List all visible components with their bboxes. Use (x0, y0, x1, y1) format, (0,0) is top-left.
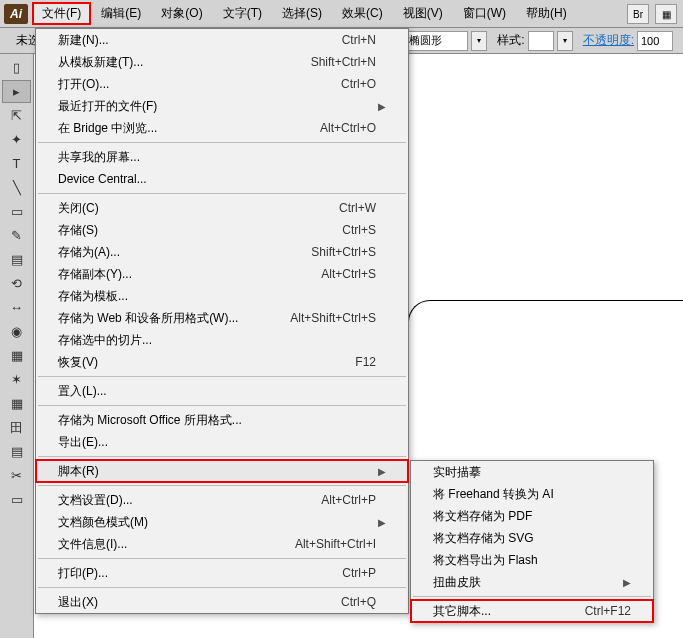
tool-12[interactable]: ▦ (2, 344, 31, 367)
script-other-item[interactable]: 其它脚本...Ctrl+F12 (411, 600, 653, 622)
menu-item-shortcut: Ctrl+P (342, 566, 376, 580)
file-menu-item[interactable]: 置入(L)... (36, 380, 408, 402)
menu-item-shortcut: F12 (355, 355, 376, 369)
file-menu-item[interactable]: 文档设置(D)...Alt+Ctrl+P (36, 489, 408, 511)
menu-item-shortcut: Ctrl+N (342, 33, 376, 47)
file-menu-item[interactable]: 存储为模板... (36, 285, 408, 307)
file-menu-item[interactable]: 从模板新建(T)...Shift+Ctrl+N (36, 51, 408, 73)
script-menu-item[interactable]: 将文档导出为 Flash (411, 549, 653, 571)
menu-6[interactable]: 视图(V) (393, 2, 453, 25)
bridge-button[interactable]: Br (627, 4, 649, 24)
opacity-input[interactable]: 100 (637, 31, 673, 51)
menu-item-shortcut: Shift+Ctrl+N (311, 55, 376, 69)
tool-2[interactable]: ⇱ (2, 104, 31, 127)
file-menu-item[interactable]: 存储选中的切片... (36, 329, 408, 351)
script-menu-item[interactable]: 将 Freehand 转换为 AI (411, 483, 653, 505)
file-menu-item[interactable]: 存储为 Web 和设备所用格式(W)...Alt+Shift+Ctrl+S (36, 307, 408, 329)
file-menu-dropdown: 新建(N)...Ctrl+N从模板新建(T)...Shift+Ctrl+N打开(… (35, 28, 409, 614)
tool-0[interactable]: ▯ (2, 56, 31, 79)
script-menu-item[interactable]: 实时描摹 (411, 461, 653, 483)
file-menu-item[interactable]: 共享我的屏幕... (36, 146, 408, 168)
script-submenu: 实时描摹将 Freehand 转换为 AI将文档存储为 PDF将文档存储为 SV… (410, 460, 654, 623)
tool-9[interactable]: ⟲ (2, 272, 31, 295)
submenu-arrow-icon: ▶ (376, 101, 386, 112)
script-menu-item[interactable]: 将文档存储为 PDF (411, 505, 653, 527)
file-menu-item[interactable]: Device Central... (36, 168, 408, 190)
file-menu-item[interactable]: 存储为(A)...Shift+Ctrl+S (36, 241, 408, 263)
file-menu-item[interactable]: 新建(N)...Ctrl+N (36, 29, 408, 51)
tool-10[interactable]: ↔ (2, 296, 31, 319)
menu-item-shortcut: Alt+Shift+Ctrl+I (295, 537, 376, 551)
file-menu-item[interactable]: 退出(X)Ctrl+Q (36, 591, 408, 613)
menu-3[interactable]: 文字(T) (213, 2, 272, 25)
menu-7[interactable]: 窗口(W) (453, 2, 516, 25)
menu-8[interactable]: 帮助(H) (516, 2, 577, 25)
file-menu-item[interactable]: 存储副本(Y)...Alt+Ctrl+S (36, 263, 408, 285)
menu-item-shortcut: Ctrl+F12 (585, 604, 631, 618)
opacity-field: 不透明度: 100 (583, 31, 673, 51)
file-menu-item[interactable]: 在 Bridge 中浏览...Alt+Ctrl+O (36, 117, 408, 139)
style-input[interactable] (528, 31, 554, 51)
tool-6[interactable]: ▭ (2, 200, 31, 223)
arrange-button[interactable]: ▦ (655, 4, 677, 24)
menu-separator (38, 376, 406, 377)
tool-4[interactable]: T (2, 152, 31, 175)
menu-item-label: 置入(L)... (58, 383, 376, 400)
menu-item-label: 打印(P)... (58, 565, 342, 582)
menubar-right: Br ▦ (627, 4, 677, 24)
menu-item-label: 在 Bridge 中浏览... (58, 120, 320, 137)
style-dropdown[interactable]: ▾ (557, 31, 573, 51)
menu-separator (38, 587, 406, 588)
tool-11[interactable]: ◉ (2, 320, 31, 343)
file-menu-item[interactable]: 关闭(C)Ctrl+W (36, 197, 408, 219)
menu-item-label: 关闭(C) (58, 200, 339, 217)
tool-7[interactable]: ✎ (2, 224, 31, 247)
tool-13[interactable]: ✶ (2, 368, 31, 391)
tool-8[interactable]: ▤ (2, 248, 31, 271)
menu-item-label: 将文档存储为 SVG (433, 530, 621, 547)
script-menu-item[interactable]: 扭曲皮肤▶ (411, 571, 653, 593)
file-menu-item[interactable]: 文件信息(I)...Alt+Shift+Ctrl+I (36, 533, 408, 555)
menu-separator (38, 193, 406, 194)
file-menu-item[interactable]: 最近打开的文件(F)▶ (36, 95, 408, 117)
menu-item-label: 将文档存储为 PDF (433, 508, 621, 525)
menubar: Ai 文件(F)编辑(E)对象(O)文字(T)选择(S)效果(C)视图(V)窗口… (0, 0, 683, 28)
menu-item-label: 存储选中的切片... (58, 332, 376, 349)
tool-1[interactable]: ▸ (2, 80, 31, 103)
stroke-dropdown[interactable]: ▾ (471, 31, 487, 51)
submenu-arrow-icon: ▶ (621, 577, 631, 588)
menu-item-label: 打开(O)... (58, 76, 341, 93)
tool-5[interactable]: ╲ (2, 176, 31, 199)
opacity-label[interactable]: 不透明度: (583, 32, 634, 49)
menu-item-shortcut: Alt+Shift+Ctrl+S (290, 311, 376, 325)
file-menu-item[interactable]: 脚本(R)▶ (36, 460, 408, 482)
tool-15[interactable]: 田 (2, 416, 31, 439)
menu-separator (38, 142, 406, 143)
menu-2[interactable]: 对象(O) (151, 2, 212, 25)
file-menu-item[interactable]: 恢复(V)F12 (36, 351, 408, 373)
menu-item-label: 将文档导出为 Flash (433, 552, 621, 569)
menu-0[interactable]: 文件(F) (32, 2, 91, 25)
tool-3[interactable]: ✦ (2, 128, 31, 151)
file-menu-item[interactable]: 存储为 Microsoft Office 所用格式... (36, 409, 408, 431)
menu-4[interactable]: 选择(S) (272, 2, 332, 25)
file-menu-item[interactable]: 存储(S)Ctrl+S (36, 219, 408, 241)
script-menu-item[interactable]: 将文档存储为 SVG (411, 527, 653, 549)
menu-5[interactable]: 效果(C) (332, 2, 393, 25)
menu-item-label: 文档颜色模式(M) (58, 514, 376, 531)
menu-item-label: 存储为(A)... (58, 244, 311, 261)
menu-separator (38, 456, 406, 457)
menu-1[interactable]: 编辑(E) (91, 2, 151, 25)
menu-item-label: 最近打开的文件(F) (58, 98, 376, 115)
tool-18[interactable]: ▭ (2, 488, 31, 511)
tool-16[interactable]: ▤ (2, 440, 31, 463)
file-menu-item[interactable]: 打印(P)...Ctrl+P (36, 562, 408, 584)
file-menu-item[interactable]: 打开(O)...Ctrl+O (36, 73, 408, 95)
tool-17[interactable]: ✂ (2, 464, 31, 487)
menu-item-label: 恢复(V) (58, 354, 355, 371)
file-menu-item[interactable]: 文档颜色模式(M)▶ (36, 511, 408, 533)
file-menu-item[interactable]: 导出(E)... (36, 431, 408, 453)
submenu-arrow-icon: ▶ (376, 517, 386, 528)
tool-14[interactable]: ▦ (2, 392, 31, 415)
menu-item-label: 脚本(R) (58, 463, 376, 480)
